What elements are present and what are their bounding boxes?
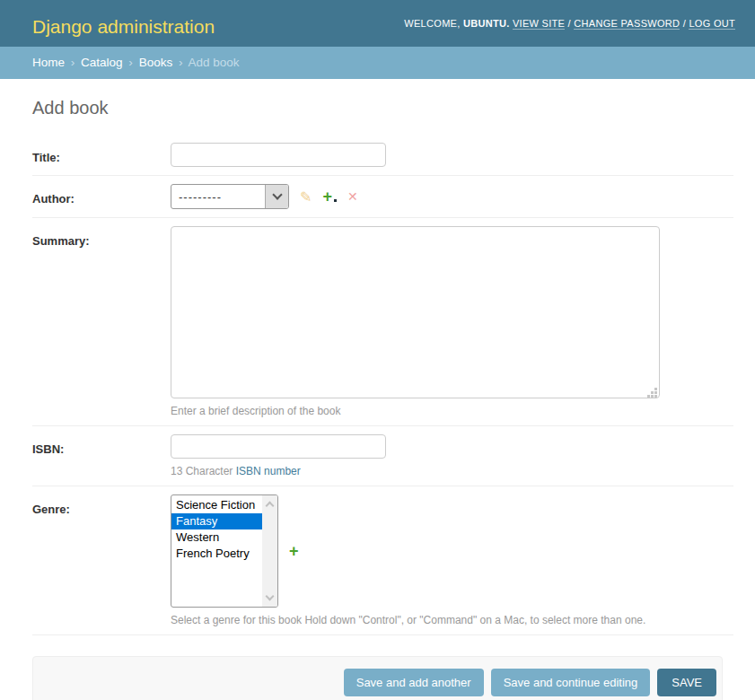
isbn-label: ISBN: (32, 442, 64, 456)
save-button[interactable]: SAVE (657, 669, 716, 696)
text-caret (334, 199, 337, 202)
title-input[interactable] (171, 143, 386, 167)
breadcrumb-separator: › (71, 56, 75, 69)
summary-label: Summary: (32, 234, 90, 248)
genre-option-fantasy[interactable]: Fantasy (171, 513, 262, 529)
genre-label: Genre: (32, 503, 70, 516)
header: Django administration WELCOME, UBUNTU. V… (0, 0, 755, 47)
breadcrumb-current: Add book (188, 56, 239, 69)
welcome-text: WELCOME, (404, 18, 460, 29)
scroll-up-icon[interactable] (266, 502, 275, 511)
save-and-add-another-button[interactable]: Save and add another (344, 669, 484, 696)
save-and-continue-editing-button[interactable]: Save and continue editing (491, 669, 651, 696)
site-title-link[interactable]: Django administration (32, 16, 215, 37)
summary-textarea[interactable] (171, 226, 660, 398)
isbn-input[interactable] (171, 434, 386, 459)
author-select-value: --------- (171, 185, 265, 208)
title-label: Title: (32, 151, 60, 164)
submit-row: Save and add another Save and continue e… (32, 656, 723, 700)
logout-link[interactable]: LOG OUT (689, 18, 735, 30)
add-book-form: Title: Author: --------- ✎ + ✕ (32, 135, 733, 700)
author-label: Author: (32, 192, 75, 206)
username: UBUNTU. (463, 18, 510, 29)
form-row-isbn: ISBN: 13 Character ISBN number (32, 426, 733, 486)
isbn-help-text: 13 Character ISBN number (171, 465, 733, 477)
user-tools: WELCOME, UBUNTU. VIEW SITE / CHANGE PASS… (404, 18, 735, 29)
genre-scrollbar[interactable] (262, 495, 277, 607)
page-title: Add book (32, 98, 733, 118)
breadcrumb: Home › Catalog › Books › Add book (0, 47, 755, 79)
form-row-genre: Genre: Science Fiction Fantasy Western F… (32, 486, 733, 635)
site-title: Django administration (32, 7, 215, 40)
content: Add book Title: Author: --------- ✎ (0, 79, 755, 700)
chevron-down-icon[interactable] (265, 185, 288, 208)
form-row-title: Title: (32, 135, 733, 176)
scroll-down-icon[interactable] (266, 592, 275, 601)
breadcrumb-separator: › (179, 56, 183, 69)
form-row-author: Author: --------- ✎ + ✕ (32, 176, 733, 218)
genre-option-science-fiction[interactable]: Science Fiction (171, 497, 262, 513)
breadcrumb-separator: › (128, 56, 133, 69)
form-row-summary: Summary: En (32, 218, 733, 426)
genre-help-text: Select a genre for this book Hold down "… (171, 614, 733, 626)
breadcrumb-books-link[interactable]: Books (139, 56, 173, 69)
edit-author-pencil-icon[interactable]: ✎ (300, 188, 312, 206)
breadcrumb-home-link[interactable]: Home (32, 56, 65, 69)
add-author-plus-icon[interactable]: + (322, 188, 332, 205)
summary-help-text: Enter a brief description of the book (171, 405, 733, 417)
resize-handle-icon[interactable] (647, 386, 658, 397)
isbn-number-link[interactable]: ISBN number (236, 465, 301, 477)
link-separator: / (683, 18, 686, 29)
author-select[interactable]: --------- (171, 184, 289, 209)
genre-option-french-poetry[interactable]: French Poetry (171, 546, 262, 562)
delete-author-cross-icon[interactable]: ✕ (347, 189, 358, 204)
add-genre-plus-icon[interactable]: + (289, 542, 299, 561)
link-separator: / (568, 18, 571, 29)
breadcrumb-catalog-link[interactable]: Catalog (81, 56, 123, 69)
genre-option-western[interactable]: Western (171, 529, 262, 546)
change-password-link[interactable]: CHANGE PASSWORD (574, 18, 680, 30)
genre-multiselect[interactable]: Science Fiction Fantasy Western French P… (171, 494, 278, 608)
view-site-link[interactable]: VIEW SITE (513, 18, 565, 30)
